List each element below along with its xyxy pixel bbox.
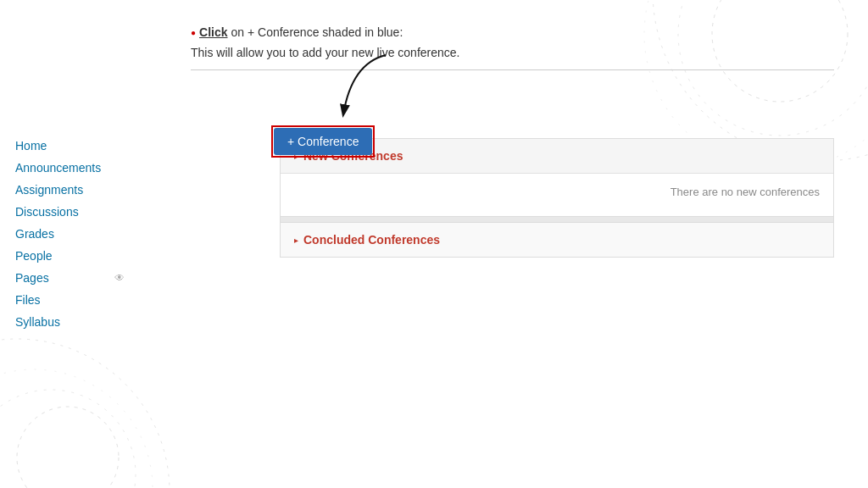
sidebar-label-syllabus: Syllabus: [15, 315, 60, 329]
sidebar-label-pages: Pages: [15, 271, 49, 285]
sidebar-nav: Home Announcements Assignments Discussio…: [8, 136, 131, 332]
new-conferences-body: There are no new conferences: [281, 174, 833, 216]
sidebar-label-grades: Grades: [15, 227, 54, 241]
sidebar-label-assignments: Assignments: [15, 183, 83, 197]
sidebar-item-grades[interactable]: Grades: [8, 224, 131, 244]
instruction-line2: This will allow you to add your new live…: [191, 46, 834, 70]
main-content: ● Click on + Conference shaded in blue: …: [131, 0, 868, 488]
sidebar-item-people[interactable]: People: [8, 246, 131, 266]
instruction-line1: ● Click on + Conference shaded in blue:: [191, 25, 834, 39]
section-divider: [281, 216, 833, 223]
conference-button-area: + Conference: [271, 125, 375, 158]
instruction-box: ● Click on + Conference shaded in blue: …: [140, 17, 851, 87]
sidebar-item-syllabus[interactable]: Syllabus: [8, 312, 131, 332]
conference-button-label: + Conference: [287, 135, 359, 148]
sidebar-item-assignments[interactable]: Assignments: [8, 180, 131, 200]
sidebar-label-files: Files: [15, 293, 41, 307]
sidebar-item-pages[interactable]: Pages 👁: [8, 268, 131, 288]
sidebar-label-home: Home: [15, 139, 47, 152]
sidebar-item-discussions[interactable]: Discussions: [8, 202, 131, 222]
sidebar-item-home[interactable]: Home: [8, 136, 131, 156]
click-text: Click: [199, 25, 227, 39]
conference-button[interactable]: + Conference: [274, 128, 372, 155]
concluded-conferences-header: ▸ Concluded Conferences: [281, 223, 833, 257]
sidebar: Home Announcements Assignments Discussio…: [0, 0, 131, 488]
red-dot: ●: [191, 28, 196, 37]
sidebar-label-discussions: Discussions: [15, 205, 79, 219]
no-conferences-text: There are no new conferences: [670, 186, 820, 198]
concluded-triangle-icon: ▸: [294, 236, 298, 245]
button-red-outline: + Conference: [271, 125, 375, 158]
eye-icon: 👁: [114, 272, 125, 284]
sidebar-item-announcements[interactable]: Announcements: [8, 158, 131, 178]
sidebar-label-announcements: Announcements: [15, 161, 101, 175]
sidebar-label-people: People: [15, 249, 53, 263]
sidebar-item-files[interactable]: Files: [8, 290, 131, 310]
concluded-conferences-title: Concluded Conferences: [303, 233, 440, 247]
instruction-line1-rest: on + Conference shaded in blue:: [231, 25, 403, 39]
